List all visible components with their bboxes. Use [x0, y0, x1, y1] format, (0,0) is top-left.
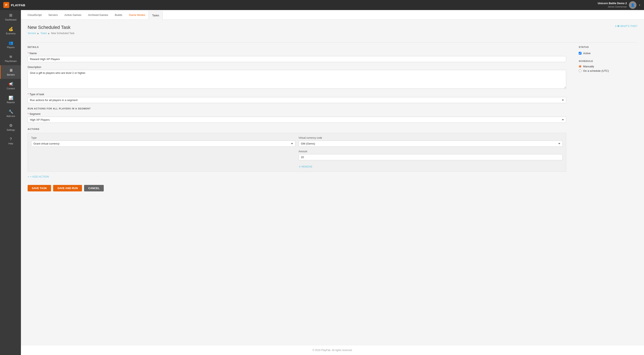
currency-code-select-wrapper: GM (Gems) GD (Gold) SP (Spirits): [299, 140, 563, 147]
task-type-select[interactable]: Run actions for all players in a segment…: [28, 97, 566, 103]
breadcrumb-servers[interactable]: Servers: [28, 32, 36, 35]
header-right: Unicorn Battle Demo 2 James Gwertzman 👤 …: [598, 1, 641, 9]
action-type-col: Type Grant virtual currency Send push no…: [31, 136, 295, 147]
actions-section-title: ACTIONS: [28, 128, 566, 130]
sidebar-label-settings: Settings: [7, 129, 15, 131]
sidebar: ⊞ Dashboard 💰 Economy 👥 Players ≋ PlaySt…: [0, 10, 21, 355]
tab-active-games[interactable]: Active Games: [61, 11, 85, 20]
sidebar-item-dashboard[interactable]: ⊞ Dashboard: [0, 10, 21, 24]
amount-input[interactable]: [299, 154, 563, 160]
addons-icon: 🔧: [8, 110, 13, 114]
divider: [28, 42, 637, 42]
content-area: CloudScript Servers Active Games Archive…: [21, 10, 644, 355]
schedule-manually-item: Manually: [579, 65, 637, 68]
form-actions: SAVE TASK SAVE AND RUN CANCEL: [28, 185, 566, 196]
segment-required-star: *: [28, 112, 29, 116]
segment-field-group: * Segment High XP Players All Players Ne…: [28, 112, 566, 123]
schedule-on-schedule-label: On a schedule (UTC): [583, 69, 609, 72]
cancel-button[interactable]: CANCEL: [84, 185, 104, 192]
sidebar-item-help[interactable]: ? Help: [0, 134, 21, 148]
breadcrumb-current: New Scheduled Task: [51, 32, 74, 35]
description-textarea[interactable]: Give a gift to players who are level 2 o…: [28, 70, 566, 89]
breadcrumb-sep-1: ▶: [38, 32, 39, 34]
status-active-checkbox[interactable]: [579, 52, 582, 54]
sidebar-item-playstream[interactable]: ≋ PlayStream: [0, 52, 21, 65]
servers-icon: 🖥: [9, 68, 13, 72]
page-content: New Scheduled Task Servers ▶ Tasks ▶ New…: [21, 20, 644, 345]
dropdown-arrow-icon[interactable]: ▼: [638, 4, 641, 6]
logo-text: PLAYFAB: [11, 3, 25, 7]
schedule-radio-group: Manually On a schedule (UTC): [579, 65, 637, 72]
segment-select[interactable]: High XP Players All Players New Players: [28, 117, 566, 123]
segment-label: * Segment: [28, 112, 566, 116]
schedule-manually-label: Manually: [583, 65, 594, 68]
breadcrumb-sep-2: ▶: [48, 32, 50, 34]
reports-icon: 📊: [8, 96, 13, 100]
actions-section: ACTIONS Type Grant virtual currency Send…: [28, 128, 566, 178]
whats-this-button[interactable]: ℹ ❶ WHAT'S THIS?: [615, 25, 637, 28]
action-type-select[interactable]: Grant virtual currency Send push notific…: [31, 140, 295, 147]
main-layout: ⊞ Dashboard 💰 Economy 👥 Players ≋ PlaySt…: [0, 10, 644, 355]
footer-text: © 2016 PlayFab. All rights reserved.: [312, 349, 353, 352]
page-header: New Scheduled Task Servers ▶ Tasks ▶ New…: [28, 25, 74, 39]
name-required-star: *: [28, 52, 29, 55]
user-name: Unicorn Battle Demo 2: [598, 2, 627, 5]
remove-action-button[interactable]: ✕ REMOVE: [299, 165, 312, 168]
action-right-col: Virtual currency code GM (Gems) GD (Gold…: [299, 136, 563, 168]
tab-builds[interactable]: Builds: [112, 11, 126, 20]
sidebar-item-addons[interactable]: 🔧 Add-ons: [0, 106, 21, 120]
action-type-label: Type: [31, 136, 295, 139]
segment-section-title: RUN ACTIONS FOR ALL PLAYERS IN A SEGMENT: [28, 107, 566, 110]
schedule-on-schedule-radio[interactable]: [579, 70, 582, 72]
economy-icon: 💰: [8, 27, 13, 32]
schedule-manually-radio[interactable]: [579, 65, 582, 68]
top-header: P PLAYFAB Unicorn Battle Demo 2 James Gw…: [0, 0, 644, 10]
task-type-required-star: *: [28, 93, 29, 96]
action-row: Type Grant virtual currency Send push no…: [31, 136, 563, 168]
sidebar-label-reports: Reports: [7, 101, 15, 104]
sidebar-label-content: Content: [7, 87, 15, 90]
tab-game-modes[interactable]: Game Modes: [126, 11, 148, 20]
sidebar-label-addons: Add-ons: [6, 115, 15, 117]
amount-label: Amount: [299, 150, 563, 153]
breadcrumb-tasks[interactable]: Tasks: [40, 32, 47, 35]
currency-code-select[interactable]: GM (Gems) GD (Gold) SP (Spirits): [299, 140, 563, 147]
name-input[interactable]: [28, 56, 566, 62]
page-footer: © 2016 PlayFab. All rights reserved.: [21, 345, 644, 355]
currency-code-field-group: Virtual currency code GM (Gems) GD (Gold…: [299, 136, 563, 147]
description-field-group: Description Give a gift to players who a…: [28, 66, 566, 89]
form-row: DETAILS * Name Description Give a gift t…: [28, 46, 637, 196]
sidebar-item-reports[interactable]: 📊 Reports: [0, 93, 21, 106]
sub-nav: CloudScript Servers Active Games Archive…: [21, 10, 644, 20]
schedule-title: SCHEDULE: [579, 60, 637, 62]
user-info: Unicorn Battle Demo 2 James Gwertzman: [598, 2, 627, 8]
sidebar-item-players[interactable]: 👥 Players: [0, 38, 21, 52]
playfab-logo[interactable]: P PLAYFAB: [3, 2, 25, 8]
help-icon: ?: [10, 137, 12, 142]
tab-cloudscript[interactable]: CloudScript: [24, 11, 45, 20]
sidebar-item-content[interactable]: 📢 Content: [0, 79, 21, 93]
sidebar-label-economy: Economy: [6, 32, 16, 35]
sidebar-label-playstream: PlayStream: [5, 60, 17, 62]
amount-field-group: Amount: [299, 150, 563, 160]
tab-servers[interactable]: Servers: [45, 11, 61, 20]
add-action-button[interactable]: + + ADD ACTION: [28, 175, 49, 178]
sidebar-item-economy[interactable]: 💰 Economy: [0, 24, 21, 38]
tab-archived-games[interactable]: Archived Games: [85, 11, 112, 20]
tab-tasks[interactable]: Tasks: [148, 11, 162, 20]
remove-label: REMOVE: [302, 165, 312, 168]
save-and-run-button[interactable]: SAVE AND RUN: [53, 185, 82, 192]
info-icon: ℹ: [615, 25, 616, 28]
status-active-label: Active: [583, 52, 590, 55]
sidebar-item-settings[interactable]: ⚙ Settings: [0, 120, 21, 134]
status-active-item: Active: [579, 52, 637, 55]
save-task-button[interactable]: SAVE TASK: [28, 185, 51, 192]
sidebar-item-servers[interactable]: 🖥 Servers: [0, 65, 21, 79]
avatar: 👤: [629, 1, 636, 9]
task-type-label: * Type of task: [28, 93, 566, 96]
description-label: Description: [28, 66, 566, 68]
task-type-field-group: * Type of task Run actions for all playe…: [28, 93, 566, 103]
user-sub: James Gwertzman: [598, 5, 627, 8]
sidebar-label-help: Help: [8, 142, 13, 145]
action-type-select-wrapper: Grant virtual currency Send push notific…: [31, 140, 295, 147]
